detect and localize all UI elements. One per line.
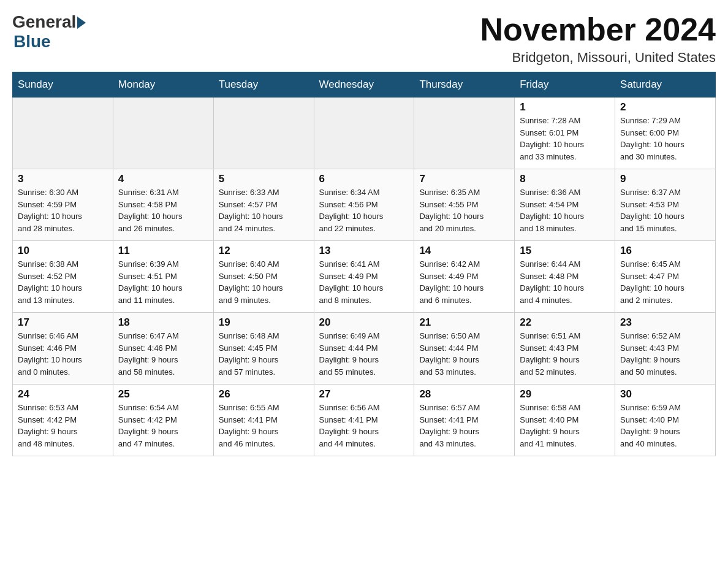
- weekday-header-tuesday: Tuesday: [213, 72, 314, 98]
- day-info: Sunrise: 6:40 AM Sunset: 4:50 PM Dayligh…: [219, 258, 309, 306]
- header: General Blue November 2024 Bridgeton, Mi…: [12, 12, 716, 66]
- day-number: 23: [620, 316, 710, 329]
- week-row-3: 10Sunrise: 6:38 AM Sunset: 4:52 PM Dayli…: [13, 241, 716, 313]
- day-cell: 13Sunrise: 6:41 AM Sunset: 4:49 PM Dayli…: [314, 241, 414, 313]
- day-info: Sunrise: 6:42 AM Sunset: 4:49 PM Dayligh…: [419, 258, 509, 306]
- day-number: 30: [620, 388, 710, 400]
- day-cell: 4Sunrise: 6:31 AM Sunset: 4:58 PM Daylig…: [113, 169, 213, 241]
- day-info: Sunrise: 6:56 AM Sunset: 4:41 PM Dayligh…: [319, 402, 409, 450]
- day-cell: 9Sunrise: 6:37 AM Sunset: 4:53 PM Daylig…: [615, 169, 716, 241]
- day-cell: 5Sunrise: 6:33 AM Sunset: 4:57 PM Daylig…: [213, 169, 314, 241]
- day-info: Sunrise: 6:31 AM Sunset: 4:58 PM Dayligh…: [118, 186, 208, 234]
- weekday-header-row: SundayMondayTuesdayWednesdayThursdayFrid…: [13, 72, 716, 98]
- day-number: 10: [18, 245, 108, 257]
- day-cell: 28Sunrise: 6:57 AM Sunset: 4:41 PM Dayli…: [414, 385, 515, 456]
- day-number: 9: [620, 173, 710, 185]
- day-cell: 1Sunrise: 7:28 AM Sunset: 6:01 PM Daylig…: [515, 98, 615, 169]
- day-info: Sunrise: 6:44 AM Sunset: 4:48 PM Dayligh…: [520, 258, 610, 306]
- day-info: Sunrise: 6:45 AM Sunset: 4:47 PM Dayligh…: [620, 258, 710, 306]
- day-cell: 27Sunrise: 6:56 AM Sunset: 4:41 PM Dayli…: [314, 385, 414, 456]
- calendar-table: SundayMondayTuesdayWednesdayThursdayFrid…: [12, 72, 716, 456]
- day-info: Sunrise: 6:39 AM Sunset: 4:51 PM Dayligh…: [118, 258, 208, 306]
- day-cell: 26Sunrise: 6:55 AM Sunset: 4:41 PM Dayli…: [213, 385, 314, 456]
- day-info: Sunrise: 6:51 AM Sunset: 4:43 PM Dayligh…: [520, 330, 610, 378]
- day-info: Sunrise: 6:53 AM Sunset: 4:42 PM Dayligh…: [18, 402, 108, 450]
- day-info: Sunrise: 7:28 AM Sunset: 6:01 PM Dayligh…: [520, 115, 610, 163]
- week-row-5: 24Sunrise: 6:53 AM Sunset: 4:42 PM Dayli…: [13, 385, 716, 456]
- day-number: 28: [419, 388, 509, 400]
- day-cell: [414, 98, 515, 169]
- day-info: Sunrise: 6:58 AM Sunset: 4:40 PM Dayligh…: [520, 402, 610, 450]
- day-cell: 11Sunrise: 6:39 AM Sunset: 4:51 PM Dayli…: [113, 241, 213, 313]
- logo-general-text: General: [12, 12, 76, 32]
- day-number: 5: [219, 173, 309, 185]
- day-cell: [113, 98, 213, 169]
- day-number: 11: [118, 245, 208, 257]
- day-number: 15: [520, 245, 610, 257]
- day-cell: 29Sunrise: 6:58 AM Sunset: 4:40 PM Dayli…: [515, 385, 615, 456]
- day-info: Sunrise: 6:46 AM Sunset: 4:46 PM Dayligh…: [18, 330, 108, 378]
- day-cell: 21Sunrise: 6:50 AM Sunset: 4:44 PM Dayli…: [414, 313, 515, 385]
- day-cell: 7Sunrise: 6:35 AM Sunset: 4:55 PM Daylig…: [414, 169, 515, 241]
- day-cell: 6Sunrise: 6:34 AM Sunset: 4:56 PM Daylig…: [314, 169, 414, 241]
- day-number: 1: [520, 101, 610, 113]
- day-number: 16: [620, 245, 710, 257]
- day-cell: 15Sunrise: 6:44 AM Sunset: 4:48 PM Dayli…: [515, 241, 615, 313]
- day-number: 12: [219, 245, 309, 257]
- day-number: 13: [319, 245, 409, 257]
- day-number: 7: [419, 173, 509, 185]
- weekday-header-thursday: Thursday: [414, 72, 515, 98]
- day-number: 17: [18, 316, 108, 329]
- logo-blue-text: Blue: [13, 32, 51, 52]
- day-number: 20: [319, 316, 409, 329]
- day-cell: [213, 98, 314, 169]
- day-info: Sunrise: 6:37 AM Sunset: 4:53 PM Dayligh…: [620, 186, 710, 234]
- day-number: 26: [219, 388, 309, 400]
- day-number: 29: [520, 388, 610, 400]
- day-info: Sunrise: 6:48 AM Sunset: 4:45 PM Dayligh…: [219, 330, 309, 378]
- day-info: Sunrise: 6:41 AM Sunset: 4:49 PM Dayligh…: [319, 258, 409, 306]
- day-cell: 14Sunrise: 6:42 AM Sunset: 4:49 PM Dayli…: [414, 241, 515, 313]
- day-info: Sunrise: 6:57 AM Sunset: 4:41 PM Dayligh…: [419, 402, 509, 450]
- day-number: 25: [118, 388, 208, 400]
- month-title: November 2024: [480, 12, 716, 47]
- day-cell: [13, 98, 113, 169]
- day-number: 18: [118, 316, 208, 329]
- day-number: 21: [419, 316, 509, 329]
- day-number: 3: [18, 173, 108, 185]
- day-cell: 10Sunrise: 6:38 AM Sunset: 4:52 PM Dayli…: [13, 241, 113, 313]
- day-cell: [314, 98, 414, 169]
- week-row-2: 3Sunrise: 6:30 AM Sunset: 4:59 PM Daylig…: [13, 169, 716, 241]
- weekday-header-sunday: Sunday: [13, 72, 113, 98]
- day-cell: 3Sunrise: 6:30 AM Sunset: 4:59 PM Daylig…: [13, 169, 113, 241]
- day-info: Sunrise: 6:55 AM Sunset: 4:41 PM Dayligh…: [219, 402, 309, 450]
- day-number: 22: [520, 316, 610, 329]
- day-info: Sunrise: 6:50 AM Sunset: 4:44 PM Dayligh…: [419, 330, 509, 378]
- day-cell: 22Sunrise: 6:51 AM Sunset: 4:43 PM Dayli…: [515, 313, 615, 385]
- day-cell: 16Sunrise: 6:45 AM Sunset: 4:47 PM Dayli…: [615, 241, 716, 313]
- day-cell: 19Sunrise: 6:48 AM Sunset: 4:45 PM Dayli…: [213, 313, 314, 385]
- day-cell: 8Sunrise: 6:36 AM Sunset: 4:54 PM Daylig…: [515, 169, 615, 241]
- day-info: Sunrise: 6:38 AM Sunset: 4:52 PM Dayligh…: [18, 258, 108, 306]
- day-cell: 17Sunrise: 6:46 AM Sunset: 4:46 PM Dayli…: [13, 313, 113, 385]
- day-info: Sunrise: 6:30 AM Sunset: 4:59 PM Dayligh…: [18, 186, 108, 234]
- day-info: Sunrise: 6:35 AM Sunset: 4:55 PM Dayligh…: [419, 186, 509, 234]
- day-number: 8: [520, 173, 610, 185]
- day-number: 27: [319, 388, 409, 400]
- day-number: 19: [219, 316, 309, 329]
- day-cell: 30Sunrise: 6:59 AM Sunset: 4:40 PM Dayli…: [615, 385, 716, 456]
- day-number: 2: [620, 101, 710, 113]
- day-info: Sunrise: 6:47 AM Sunset: 4:46 PM Dayligh…: [118, 330, 208, 378]
- weekday-header-wednesday: Wednesday: [314, 72, 414, 98]
- day-number: 14: [419, 245, 509, 257]
- day-info: Sunrise: 6:36 AM Sunset: 4:54 PM Dayligh…: [520, 186, 610, 234]
- title-area: November 2024 Bridgeton, Missouri, Unite…: [480, 12, 716, 66]
- day-info: Sunrise: 6:54 AM Sunset: 4:42 PM Dayligh…: [118, 402, 208, 450]
- day-number: 24: [18, 388, 108, 400]
- day-cell: 2Sunrise: 7:29 AM Sunset: 6:00 PM Daylig…: [615, 98, 716, 169]
- day-info: Sunrise: 6:49 AM Sunset: 4:44 PM Dayligh…: [319, 330, 409, 378]
- weekday-header-saturday: Saturday: [615, 72, 716, 98]
- day-info: Sunrise: 7:29 AM Sunset: 6:00 PM Dayligh…: [620, 115, 710, 163]
- day-number: 4: [118, 173, 208, 185]
- day-info: Sunrise: 6:52 AM Sunset: 4:43 PM Dayligh…: [620, 330, 710, 378]
